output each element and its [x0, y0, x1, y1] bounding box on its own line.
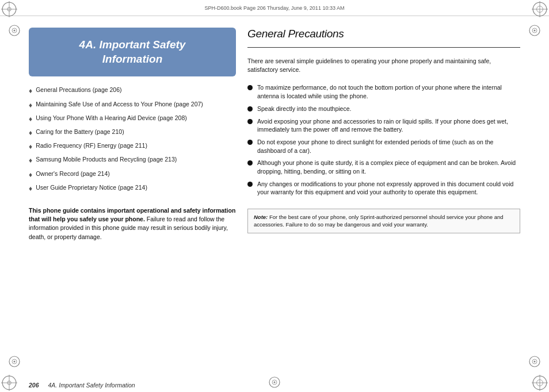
toc-bullet: ♦	[29, 114, 32, 124]
svg-point-16	[14, 30, 16, 32]
circle-left-bottom	[8, 355, 21, 368]
bullet-dot	[247, 119, 253, 124]
toc-item-text: Using Your Phone With a Hearing Aid Devi…	[36, 114, 187, 122]
note-text: For the best care of your phone, only Sp…	[254, 214, 504, 228]
bullet-item: Speak directly into the mouthpiece.	[247, 105, 520, 113]
svg-point-22	[534, 30, 536, 32]
toc-bullet: ♦	[29, 86, 32, 95]
toc-item-text: Samsung Mobile Products and Recycling (p…	[36, 155, 177, 163]
bullet-text: Speak directly into the mouthpiece.	[257, 105, 351, 113]
page-content: 4A. Important Safety Information ♦Genera…	[29, 16, 520, 369]
section-header-box: 4A. Important Safety Information	[29, 28, 236, 76]
divider	[247, 47, 520, 48]
corner-decoration-bl	[1, 375, 17, 391]
footer-section-label: 4A. Important Safety Information	[48, 382, 135, 389]
toc-bullet: ♦	[29, 142, 32, 151]
bullet-dot	[247, 140, 253, 145]
bullet-dot	[247, 160, 253, 166]
page-number: 206	[29, 382, 39, 389]
bullet-text: Although your phone is quite sturdy, it …	[257, 159, 520, 175]
body-paragraph: This phone guide contains important oper…	[29, 206, 236, 241]
bullet-item: Do not expose your phone to direct sunli…	[247, 138, 520, 155]
bullet-item: To maximize performance, do not touch th…	[247, 83, 520, 100]
bullet-text: Any changes or modifications to your pho…	[257, 180, 520, 197]
svg-point-25	[534, 361, 536, 363]
toc-item: ♦Radio Frequency (RF) Energy (page 211)	[29, 141, 236, 151]
toc-bullet: ♦	[29, 156, 32, 165]
header-text: SPH-D600.book Page 206 Thursday, June 9,…	[205, 5, 345, 11]
toc-item: ♦Maintaining Safe Use of and Access to Y…	[29, 100, 236, 110]
bullet-item: Any changes or modifications to your pho…	[247, 180, 520, 197]
toc-item: ♦Using Your Phone With a Hearing Aid Dev…	[29, 114, 236, 124]
toc-item-text: Radio Frequency (RF) Energy (page 211)	[36, 141, 147, 149]
left-column: 4A. Important Safety Information ♦Genera…	[29, 28, 236, 369]
toc-item: ♦Caring for the Battery (page 210)	[29, 128, 236, 137]
toc-bullet: ♦	[29, 184, 32, 193]
toc-item-text: Maintaining Safe Use of and Access to Yo…	[36, 100, 203, 108]
corner-decoration-tr	[532, 1, 548, 17]
corner-decoration-tl	[1, 1, 17, 17]
toc-bullet: ♦	[29, 170, 32, 179]
corner-decoration-br	[532, 375, 548, 391]
note-box: Note: For the best care of your phone, o…	[247, 209, 520, 233]
page-footer: 206 4A. Important Safety Information	[29, 382, 520, 389]
toc-bullet: ♦	[29, 128, 32, 137]
bullet-item: Although your phone is quite sturdy, it …	[247, 159, 520, 175]
svg-point-19	[14, 361, 16, 363]
toc-item-text: Owner's Record (page 214)	[36, 170, 110, 178]
bullet-dot	[247, 85, 253, 90]
bullet-text: Do not expose your phone to direct sunli…	[257, 138, 520, 155]
bullet-dot	[247, 106, 253, 112]
header-bar: SPH-D600.book Page 206 Thursday, June 9,…	[0, 0, 549, 16]
bullet-dot	[247, 182, 253, 187]
toc-item: ♦User Guide Proprietary Notice (page 214…	[29, 183, 236, 193]
right-column: General Precautions There are several si…	[247, 28, 520, 369]
bullet-list: To maximize performance, do not touch th…	[247, 83, 520, 201]
toc-item: ♦Samsung Mobile Products and Recycling (…	[29, 155, 236, 165]
section-header-title: 4A. Important Safety Information	[40, 38, 224, 66]
bullet-item: Avoid exposing your phone and accessorie…	[247, 117, 520, 134]
toc-item: ♦Owner's Record (page 214)	[29, 170, 236, 179]
toc-bullet: ♦	[29, 101, 32, 110]
note-label: Note:	[254, 214, 268, 220]
toc-item-text: Caring for the Battery (page 210)	[36, 128, 124, 136]
toc-item-text: General Precautions (page 206)	[36, 86, 121, 94]
circle-right-top	[528, 24, 541, 37]
circle-left-top	[8, 24, 21, 37]
toc-list: ♦General Precautions (page 206) ♦Maintai…	[29, 83, 236, 199]
intro-text: There are several simple guidelines to o…	[247, 57, 520, 74]
bullet-text: To maximize performance, do not touch th…	[257, 83, 520, 100]
circle-right-bottom	[528, 355, 541, 368]
bullet-text: Avoid exposing your phone and accessorie…	[257, 117, 520, 134]
toc-item-text: User Guide Proprietary Notice (page 214)	[36, 183, 147, 191]
toc-item: ♦General Precautions (page 206)	[29, 86, 236, 95]
right-section-title: General Precautions	[247, 28, 520, 40]
